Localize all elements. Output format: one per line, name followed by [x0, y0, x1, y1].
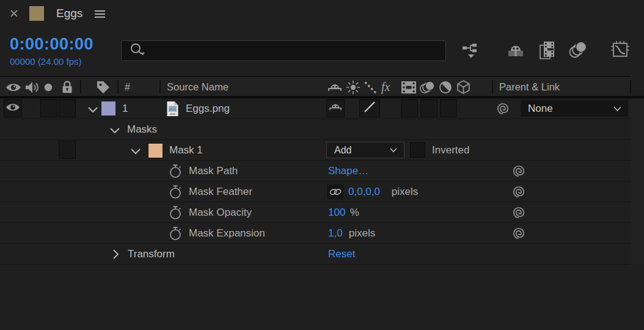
layer-motion-blur-toggle[interactable] [420, 99, 437, 117]
index-column-header: # [125, 77, 130, 97]
chevron-down-icon [389, 147, 398, 153]
transform-row[interactable]: Transform Reset [0, 244, 631, 265]
parent-dropdown-value: None [521, 103, 613, 115]
current-timecode[interactable]: 0:00:00:00 [10, 35, 93, 54]
mask-mode-value: Add [327, 145, 389, 156]
property-name[interactable]: Mask Feather [189, 182, 252, 202]
audio-column-speaker-icon [24, 81, 39, 97]
layer-source-name[interactable]: Eggs.png [186, 98, 230, 119]
lock-column-icon [60, 79, 74, 97]
3d-layer-column-icon [456, 79, 471, 97]
property-pickwhip-icon[interactable] [512, 164, 525, 180]
collapse-transformations-icon [346, 80, 360, 97]
chevron-down-icon [613, 106, 622, 112]
mask-inverted-checkbox[interactable] [410, 142, 425, 158]
mask-opacity-unit: % [347, 202, 359, 222]
mask-inverted-label: Inverted [432, 140, 469, 160]
effects-column-fx-icon: fx [381, 77, 390, 97]
hide-shy-layers-icon[interactable] [506, 40, 525, 62]
column-divider [117, 80, 119, 94]
layer-3d-toggle[interactable] [440, 99, 457, 117]
mask-opacity-value[interactable]: 100 [328, 202, 345, 222]
column-divider [80, 80, 81, 94]
column-divider [630, 80, 631, 94]
mask-expansion-value[interactable]: 1,0 [328, 223, 343, 243]
search-box[interactable] [121, 40, 446, 61]
frame-blending-icon[interactable] [538, 40, 557, 63]
layer-expand-chevron-icon[interactable] [87, 105, 98, 116]
mask-lock-toggle[interactable] [59, 141, 76, 159]
layer-visibility-toggle[interactable] [4, 99, 22, 117]
eye-icon [5, 102, 20, 115]
search-icon[interactable] [129, 42, 146, 59]
frame-info: 00000 (24.00 fps) [10, 56, 82, 67]
layer-quality-toggle[interactable] [359, 99, 380, 117]
tab-label-swatch[interactable] [29, 6, 44, 21]
mask-opacity-row[interactable]: Mask Opacity 100 % [0, 202, 631, 223]
mask-expansion-row[interactable]: Mask Expansion 1,0 pixels [0, 223, 631, 244]
mask-name[interactable]: Mask 1 [169, 140, 203, 160]
mask-path-row[interactable]: Mask Path Shape… [0, 161, 631, 182]
mask-feather-row[interactable]: Mask Feather 0,0,0,0 pixels [0, 182, 631, 202]
transform-group-label[interactable]: Transform [128, 244, 175, 264]
mask-path-value[interactable]: Shape… [328, 161, 368, 181]
source-name-column-header: Source Name [167, 77, 229, 97]
timeline-panel: Eggs 0:00:00:00 00000 (24.00 fps) [0, 0, 644, 330]
layer-lock-toggle[interactable] [59, 99, 76, 117]
stopwatch-icon[interactable] [169, 185, 182, 202]
graph-editor-icon[interactable] [610, 40, 630, 62]
composition-mini-flowchart-icon[interactable] [462, 42, 480, 62]
layer-frame-blend-toggle[interactable] [401, 99, 418, 117]
layer-row-eggs[interactable]: 1 Eggs.png [0, 98, 631, 119]
mask-color-swatch[interactable] [148, 143, 163, 158]
search-input[interactable] [146, 45, 445, 57]
masks-expand-chevron-icon[interactable] [109, 126, 120, 137]
png-file-icon [166, 101, 179, 119]
stopwatch-icon[interactable] [169, 205, 182, 222]
motion-blur-column-icon [419, 80, 437, 97]
motion-blur-icon[interactable] [568, 40, 589, 62]
property-pickwhip-icon[interactable] [512, 206, 525, 222]
mask-expansion-unit: pixels [346, 223, 375, 243]
stopwatch-icon[interactable] [169, 164, 182, 181]
transform-reset-link[interactable]: Reset [328, 244, 355, 264]
layer-label-color-swatch[interactable] [101, 101, 115, 116]
panel-menu-icon[interactable] [95, 9, 105, 20]
shy-icon [328, 101, 343, 115]
adjustment-layer-column-icon [438, 80, 453, 97]
tab-title: Eggs [56, 0, 82, 27]
dimension-link-icon[interactable] [327, 185, 343, 199]
column-divider [159, 80, 161, 94]
parent-link-column-header: Parent & Link [499, 77, 560, 97]
property-pickwhip-icon[interactable] [512, 227, 525, 243]
parent-dropdown[interactable]: None [521, 100, 628, 117]
property-name[interactable]: Mask Expansion [189, 223, 265, 243]
column-header-row: # Source Name fx [0, 76, 631, 97]
shy-column-icon [327, 81, 343, 96]
column-divider [492, 80, 493, 94]
label-column-tag-icon [95, 79, 111, 98]
mask-feather-value[interactable]: 0,0,0,0 [348, 182, 380, 202]
property-pickwhip-icon[interactable] [512, 185, 525, 201]
property-name[interactable]: Mask Opacity [189, 202, 252, 222]
mask-mode-dropdown[interactable]: Add [326, 142, 404, 158]
solo-column-icon [44, 83, 53, 94]
layer-shy-toggle[interactable] [326, 99, 345, 117]
frame-blend-column-icon [400, 80, 417, 97]
parent-pickwhip-icon[interactable] [496, 102, 510, 118]
mask1-row[interactable]: Mask 1 Add Inverted [0, 140, 631, 161]
property-name[interactable]: Mask Path [189, 161, 238, 181]
masks-group-label[interactable]: Masks [127, 119, 157, 139]
stopwatch-icon[interactable] [169, 226, 182, 243]
video-column-eye-icon [5, 82, 21, 95]
close-icon[interactable] [10, 9, 18, 20]
mask1-expand-chevron-icon[interactable] [130, 147, 141, 158]
masks-group-row[interactable]: Masks [0, 119, 631, 140]
row-right-gutter [631, 98, 644, 264]
mask-feather-unit: pixels [389, 182, 418, 202]
quality-sampling-column-icon [364, 81, 377, 97]
quality-best-slash-icon [362, 100, 377, 117]
layer-solo-toggle[interactable] [40, 99, 57, 117]
layer-index[interactable]: 1 [122, 98, 128, 119]
transform-collapsed-chevron-icon[interactable] [112, 249, 119, 262]
